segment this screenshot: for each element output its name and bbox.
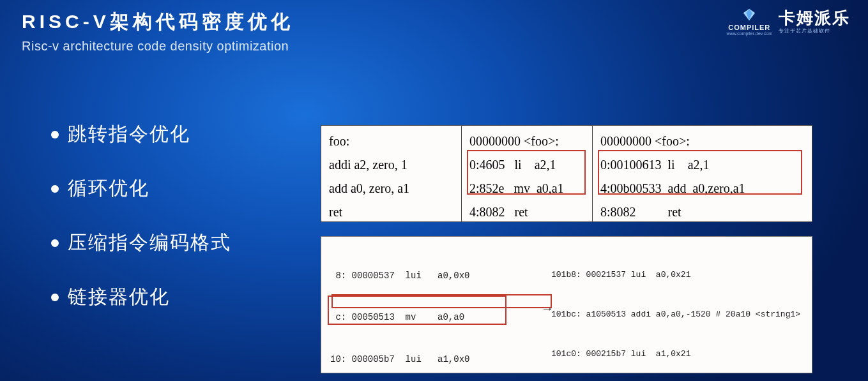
title-chinese: RISC-V架构代码密度优化 bbox=[22, 9, 846, 35]
bullet-item: 跳转指令优化 bbox=[51, 121, 231, 147]
code-comparison-table: foo: addi a2, zero, 1 add a0, zero, a1 r… bbox=[321, 125, 812, 222]
disasm-row: 0:4605 li a2,1 bbox=[469, 153, 586, 177]
bullet-item: 链接器优化 bbox=[51, 284, 231, 310]
uncompressed-disasm-column: 00000000 <foo>: 0:00100613 li a2,1 4:00b… bbox=[593, 126, 812, 221]
disasm-line: c: 00050513 mv a0,a0 bbox=[330, 311, 547, 325]
brand-chinese-name: 卡姆派乐 bbox=[779, 10, 850, 26]
brand-block: COMPILER www.compiler-dev.com 卡姆派乐 专注于芯片… bbox=[727, 8, 850, 36]
diamond-icon bbox=[742, 8, 756, 24]
disasm-line: 8: 00000537 lui a0,0x0 bbox=[330, 269, 547, 283]
bullet-text: 压缩指令编码格式 bbox=[68, 230, 231, 256]
brand-chinese-tagline: 专注于芯片基础软件 bbox=[779, 27, 830, 34]
disasm-row: 4:00b00533 add a0,zero,a1 bbox=[600, 177, 805, 200]
brand-compiler-label: COMPILER bbox=[728, 24, 770, 31]
disasm-header: 00000000 <foo>: bbox=[469, 130, 586, 153]
disasm-line: 101c0: 000215b7 lui a1,0x21 bbox=[551, 348, 805, 361]
slide-header: RISC-V架构代码密度优化 Risc-v architecture code … bbox=[22, 9, 846, 54]
bullet-list: 跳转指令优化 循环优化 压缩指令编码格式 链接器优化 bbox=[51, 121, 231, 338]
disasm-line: 101bc: a1050513 addi a0,a0,-1520 # 20a10… bbox=[551, 308, 805, 322]
linker-optimization-dump: 8: 00000537 lui a0,0x0 c: 00050513 mv a0… bbox=[321, 236, 812, 373]
disasm-row: 0:00100613 li a2,1 bbox=[600, 153, 805, 177]
asm-row: add a0, zero, a1 bbox=[329, 177, 455, 200]
brand-chinese: 卡姆派乐 专注于芯片基础软件 bbox=[779, 10, 850, 34]
disasm-before-column: 8: 00000537 lui a0,0x0 c: 00050513 mv a0… bbox=[330, 242, 547, 368]
bullet-item: 压缩指令编码格式 bbox=[51, 230, 231, 256]
bullet-item: 循环优化 bbox=[51, 176, 231, 202]
bullet-text: 循环优化 bbox=[68, 176, 149, 202]
disasm-header: 00000000 <foo>: bbox=[600, 130, 805, 153]
disasm-line: 101b8: 00021537 lui a0,0x21 bbox=[551, 269, 805, 282]
brand-compiler: COMPILER www.compiler-dev.com bbox=[727, 8, 772, 36]
compressed-disasm-column: 00000000 <foo>: 0:4605 li a2,1 2:852e mv… bbox=[462, 126, 593, 221]
bullet-text: 跳转指令优化 bbox=[68, 121, 190, 147]
brand-compiler-url: www.compiler-dev.com bbox=[727, 31, 772, 36]
arrow-icon: → bbox=[541, 301, 554, 316]
title-english: Risc-v architecture code density optimiz… bbox=[22, 39, 846, 54]
disasm-row: 2:852e mv a0,a1 bbox=[469, 177, 586, 200]
asm-row: ret bbox=[329, 200, 455, 224]
asm-header: foo: bbox=[329, 130, 455, 153]
disasm-row: 4:8082 ret bbox=[469, 200, 586, 224]
disasm-after-column: 101b8: 00021537 lui a0,0x21 101bc: a1050… bbox=[547, 242, 805, 368]
bullet-text: 链接器优化 bbox=[68, 284, 170, 310]
disasm-row: 8:8082 ret bbox=[600, 200, 805, 224]
asm-source-column: foo: addi a2, zero, 1 add a0, zero, a1 r… bbox=[321, 126, 462, 221]
asm-row: addi a2, zero, 1 bbox=[329, 153, 455, 177]
disasm-line: 10: 000005b7 lui a1,0x0 bbox=[330, 353, 547, 367]
